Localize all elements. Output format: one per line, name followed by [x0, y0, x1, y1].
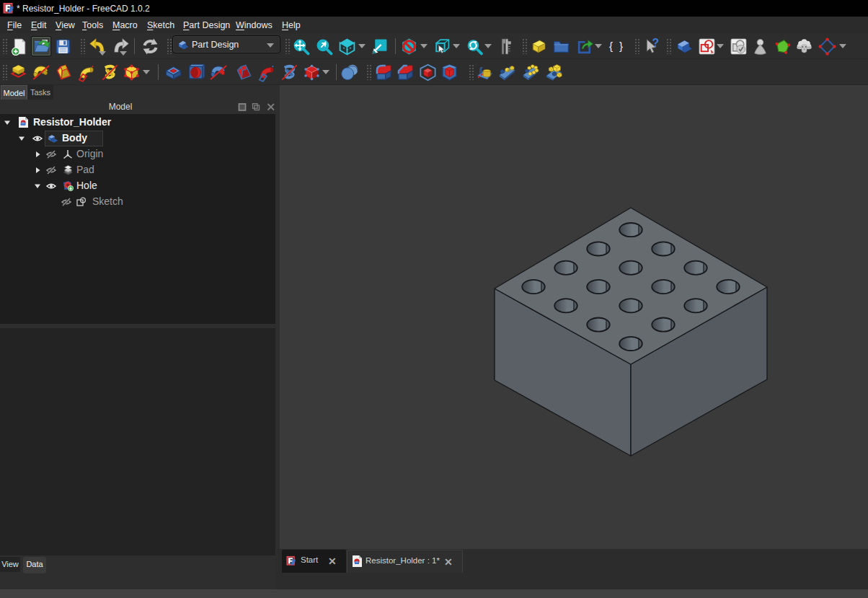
- svg-text:?: ?: [652, 38, 659, 49]
